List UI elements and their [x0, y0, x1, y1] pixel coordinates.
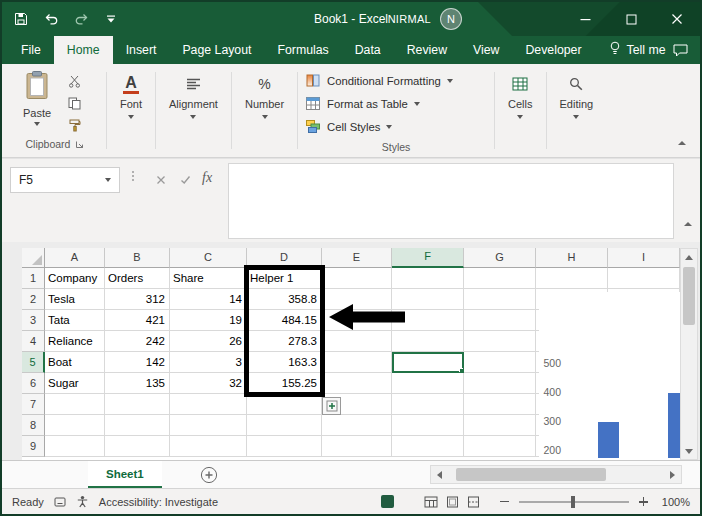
- cell-A3[interactable]: Tata: [45, 310, 105, 331]
- ribbon-tab-review[interactable]: Review: [394, 36, 460, 64]
- column-header-E[interactable]: E: [322, 248, 392, 268]
- maximize-button[interactable]: [608, 2, 654, 36]
- cell-F9[interactable]: [392, 436, 464, 457]
- cell-C8[interactable]: [170, 415, 247, 436]
- cell-A1[interactable]: Company: [45, 268, 105, 289]
- ribbon-tab-formulas[interactable]: Formulas: [264, 36, 341, 64]
- row-header-5[interactable]: 5: [22, 352, 45, 373]
- cell-G7[interactable]: [464, 394, 536, 415]
- cell-A4[interactable]: Reliance: [45, 331, 105, 352]
- collapse-ribbon-button[interactable]: [678, 131, 686, 149]
- column-header-B[interactable]: B: [105, 248, 170, 268]
- cell-D4[interactable]: 278.3: [247, 331, 322, 352]
- cell-B1[interactable]: Orders: [105, 268, 170, 289]
- accessibility-status[interactable]: Accessibility: Investigate: [99, 496, 218, 508]
- redo-icon[interactable]: [72, 9, 90, 29]
- cell-D5[interactable]: 163.3: [247, 352, 322, 373]
- column-header-C[interactable]: C: [170, 248, 247, 268]
- formula-bar-drag-handle[interactable]: [132, 171, 134, 181]
- cell-G3[interactable]: [464, 310, 536, 331]
- paste-button[interactable]: Paste: [14, 70, 60, 126]
- cell-A6[interactable]: Sugar: [45, 373, 105, 394]
- format-painter-button[interactable]: [66, 118, 82, 132]
- cell-C7[interactable]: [170, 394, 247, 415]
- cell-B7[interactable]: [105, 394, 170, 415]
- cell-D1[interactable]: Helper 1: [247, 268, 322, 289]
- insert-function-button[interactable]: fx: [202, 170, 212, 186]
- ribbon-tab-data[interactable]: Data: [342, 36, 394, 64]
- cell-G4[interactable]: [464, 331, 536, 352]
- format-as-table-button[interactable]: Format as Table: [300, 92, 492, 115]
- cell-G9[interactable]: [464, 436, 536, 457]
- cut-button[interactable]: [66, 74, 82, 88]
- cell-G8[interactable]: [464, 415, 536, 436]
- cell-styles-button[interactable]: Cell Styles: [300, 115, 492, 138]
- page-break-view-icon[interactable]: [467, 496, 480, 508]
- ribbon-tab-file[interactable]: File: [8, 36, 54, 64]
- cell-A2[interactable]: Tesla: [45, 289, 105, 310]
- status-mode[interactable]: Ready: [12, 496, 44, 508]
- group-alignment[interactable]: Alignment: [158, 64, 229, 157]
- scroll-up-button[interactable]: [681, 249, 697, 265]
- cell-B5[interactable]: 142: [105, 352, 170, 373]
- cell-A7[interactable]: [45, 394, 105, 415]
- zoom-slider[interactable]: [519, 501, 629, 503]
- zoom-in-button[interactable]: [639, 497, 648, 506]
- cell-D7[interactable]: [247, 394, 322, 415]
- scroll-right-button[interactable]: [664, 466, 681, 483]
- account-area[interactable]: NIRMAL N: [388, 2, 462, 36]
- normal-view-icon[interactable]: [424, 496, 438, 508]
- group-number[interactable]: %Number: [234, 64, 295, 157]
- cell-D2[interactable]: 358.8: [247, 289, 322, 310]
- cell-C5[interactable]: 3: [170, 352, 247, 373]
- conditional-formatting-button[interactable]: Conditional Formatting: [300, 69, 492, 92]
- ribbon-tab-home[interactable]: Home: [54, 36, 113, 64]
- cell-F8[interactable]: [392, 415, 464, 436]
- column-header-I[interactable]: I: [608, 248, 680, 268]
- cell-D6[interactable]: 155.25: [247, 373, 322, 394]
- autofill-options-button[interactable]: [322, 397, 341, 415]
- collapse-formula-bar-button[interactable]: [684, 212, 692, 230]
- zoom-level[interactable]: 100%: [662, 496, 690, 508]
- row-header-8[interactable]: 8: [22, 415, 45, 436]
- cell-A8[interactable]: [45, 415, 105, 436]
- cell-C4[interactable]: 26: [170, 331, 247, 352]
- cell-A5[interactable]: Boat: [45, 352, 105, 373]
- cell-D9[interactable]: [247, 436, 322, 457]
- minimize-button[interactable]: [562, 2, 608, 36]
- ribbon-tab-insert[interactable]: Insert: [113, 36, 170, 64]
- row-header-9[interactable]: 9: [22, 436, 45, 457]
- cell-D3[interactable]: 484.15: [247, 310, 322, 331]
- embedded-chart-fragment[interactable]: 500400300200: [539, 292, 680, 458]
- undo-icon[interactable]: [42, 9, 60, 29]
- chart-bar[interactable]: [598, 422, 619, 458]
- comment-icon[interactable]: [673, 36, 688, 64]
- cell-A9[interactable]: [45, 436, 105, 457]
- zoom-slider-thumb[interactable]: [571, 496, 575, 508]
- cell-D8[interactable]: [247, 415, 322, 436]
- horizontal-scroll-thumb[interactable]: [456, 468, 606, 481]
- clipboard-dialog-launcher-icon[interactable]: [75, 135, 84, 153]
- cell-F6[interactable]: [392, 373, 464, 394]
- add-sheet-button[interactable]: [200, 461, 218, 488]
- cell-C1[interactable]: Share: [170, 268, 247, 289]
- select-all-button[interactable]: [22, 248, 45, 268]
- cell-B2[interactable]: 312: [105, 289, 170, 310]
- group-editing[interactable]: Editing: [549, 64, 605, 157]
- cell-C6[interactable]: 32: [170, 373, 247, 394]
- cell-C9[interactable]: [170, 436, 247, 457]
- cell-F1[interactable]: [392, 268, 464, 289]
- chart-bar[interactable]: [668, 393, 680, 458]
- cell-C2[interactable]: 14: [170, 289, 247, 310]
- zoom-out-button[interactable]: [500, 501, 509, 503]
- cell-G5[interactable]: [464, 352, 536, 373]
- formula-input[interactable]: [228, 163, 674, 239]
- column-header-H[interactable]: H: [536, 248, 608, 268]
- name-box[interactable]: F5: [10, 167, 120, 193]
- group-cells[interactable]: Cells: [497, 64, 543, 157]
- tell-me-button[interactable]: Tell me: [609, 36, 666, 64]
- cell-B3[interactable]: 421: [105, 310, 170, 331]
- cell-E5[interactable]: [322, 352, 392, 373]
- cell-I1[interactable]: [608, 268, 680, 289]
- enter-entry-button[interactable]: [176, 171, 194, 189]
